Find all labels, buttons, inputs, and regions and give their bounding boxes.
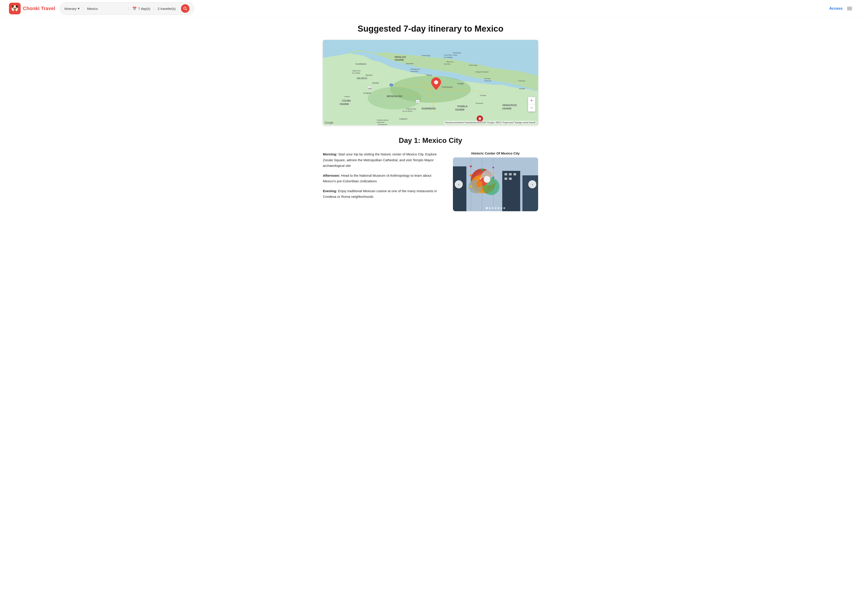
svg-text:Puebla: Puebla — [457, 83, 463, 85]
logo-area: Chonki Travel — [9, 3, 55, 14]
svg-text:GUERRERO: GUERRERO — [421, 107, 436, 110]
svg-text:Cuernavaca: Cuernavaca — [442, 86, 453, 88]
svg-text:Minatitl: Minatitl — [519, 88, 525, 90]
svg-text:15: 15 — [390, 84, 393, 86]
map-controls: + − — [528, 97, 536, 112]
itinerary-dropdown[interactable]: Itinerary ▾ — [64, 6, 83, 11]
svg-point-103 — [481, 179, 484, 181]
carousel-dot[interactable] — [500, 207, 502, 209]
svg-text:Santiago de: Santiago de — [410, 68, 420, 70]
access-link[interactable]: Access — [829, 6, 843, 11]
carousel-dots — [486, 207, 505, 209]
day1-title: Day 1: Mexico City — [9, 136, 852, 145]
carousel-next-button[interactable]: › — [528, 180, 536, 189]
calendar-icon: 📅 — [132, 6, 137, 11]
itinerary-label: Itinerary — [64, 7, 77, 11]
svg-text:Rodríguez: Rodríguez — [453, 52, 461, 54]
afternoon-label: Afternoon: — [323, 174, 340, 178]
svg-rect-83 — [509, 178, 512, 180]
svg-text:Cano: Cano — [453, 54, 457, 56]
map-container[interactable]: JALISCO COLIMA OSARIIK MICHOACÁN GUERRER… — [323, 40, 538, 125]
travelers-selector[interactable]: 2 traveler(s) — [154, 7, 179, 11]
svg-text:OSARIIK: OSARIIK — [394, 59, 404, 61]
svg-point-104 — [492, 167, 494, 168]
carousel-prev-button[interactable]: ‹ — [455, 180, 463, 189]
svg-line-11 — [186, 9, 187, 10]
day1-text: Morning: Start your trip by visiting the… — [323, 151, 444, 204]
svg-text:Chilpancingo: Chilpancingo — [406, 108, 416, 110]
svg-text:Tulancingo: Tulancingo — [421, 55, 430, 57]
days-selector[interactable]: 📅 7 day(s) — [129, 6, 154, 11]
svg-point-6 — [15, 8, 16, 9]
morning-label: Morning: — [323, 152, 337, 156]
evening-period: Evening: Enjoy traditional Mexican cuisi… — [323, 188, 444, 200]
svg-text:37: 37 — [417, 101, 419, 103]
svg-point-74 — [479, 117, 481, 120]
svg-point-16 — [368, 87, 421, 110]
hamburger-line — [847, 7, 852, 8]
carousel-dot[interactable] — [503, 207, 505, 209]
svg-text:150: 150 — [368, 87, 371, 90]
map-svg: JALISCO COLIMA OSARIIK MICHOACÁN GUERRER… — [323, 40, 538, 125]
svg-rect-9 — [14, 10, 16, 11]
google-logo: Google — [325, 121, 333, 124]
svg-text:Colima: Colima — [344, 96, 350, 97]
map-attribution: Klaviatuuriotseteed Kaardiandmed ©2024 G… — [444, 121, 536, 124]
svg-text:de Hidalgo: de Hidalgo — [444, 56, 453, 58]
svg-point-95 — [485, 176, 487, 178]
svg-rect-76 — [502, 171, 520, 211]
svg-text:Coatzacc: Coatzacc — [518, 80, 525, 82]
svg-text:Tulancingo: Tulancingo — [468, 64, 478, 66]
svg-text:JALISCO: JALISCO — [357, 77, 367, 80]
svg-text:Querétaro: Querétaro — [410, 71, 419, 72]
svg-point-102 — [481, 169, 483, 171]
svg-text:Heroica: Heroica — [484, 78, 490, 80]
svg-text:de Soto: de Soto — [444, 63, 450, 65]
svg-text:MICHOACÁN: MICHOACÁN — [387, 95, 402, 97]
itinerary-chevron-icon: ▾ — [78, 6, 80, 11]
day1-content: Morning: Start your trip by visiting the… — [323, 151, 538, 211]
search-button[interactable] — [181, 4, 190, 13]
afternoon-period: Afternoon: Head to the National Museum o… — [323, 173, 444, 184]
search-bar: Itinerary ▾ Mexico 📅 7 day(s) 2 traveler… — [60, 2, 194, 15]
carousel-dot[interactable] — [492, 207, 493, 209]
carousel-dot[interactable] — [489, 207, 490, 209]
svg-text:Pachuca: Pachuca — [446, 61, 453, 63]
photo-carousel: ‹ › — [453, 157, 538, 211]
logo-icon — [9, 3, 20, 14]
carousel-dot[interactable] — [486, 207, 488, 209]
hamburger-line — [847, 9, 852, 10]
svg-text:Zamora: Zamora — [366, 74, 372, 76]
svg-rect-79 — [504, 173, 507, 175]
svg-text:PUEBLA: PUEBLA — [457, 105, 468, 108]
carousel-dot[interactable] — [498, 207, 499, 209]
page-title: Suggested 7-day itinerary to Mexico — [9, 24, 852, 34]
svg-text:Veracruz: Veracruz — [484, 80, 492, 82]
svg-text:Xalapa-Enríquez: Xalapa-Enríquez — [475, 71, 489, 73]
zoom-out-button[interactable]: − — [528, 104, 535, 112]
svg-rect-81 — [514, 173, 516, 175]
destination-input[interactable]: Mexico — [83, 7, 129, 11]
svg-text:Morelia: Morelia — [372, 82, 379, 84]
svg-text:Ciudad Lázaro: Ciudad Lázaro — [377, 119, 388, 121]
svg-text:HIDALGO: HIDALGO — [394, 56, 406, 58]
svg-point-105 — [492, 176, 494, 179]
svg-text:Tlajomulco: Tlajomulco — [352, 70, 361, 72]
svg-text:Poza Rica: Poza Rica — [444, 54, 452, 56]
zoom-in-button[interactable]: + — [528, 97, 535, 104]
svg-text:de Zuñiga: de Zuñiga — [352, 72, 360, 74]
svg-text:Zihuatanejo: Zihuatanejo — [378, 124, 387, 125]
svg-point-99 — [470, 165, 472, 167]
photo-image — [453, 157, 538, 211]
svg-text:Tehuacán: Tehuacán — [475, 102, 483, 104]
main-content: Suggested 7-day itinerary to Mexico — [0, 17, 861, 225]
svg-point-7 — [14, 9, 16, 9]
hamburger-menu[interactable] — [847, 7, 852, 10]
carousel-dot[interactable] — [495, 207, 496, 209]
svg-text:Irapuato●: Irapuato● — [406, 63, 413, 64]
photo-panel: Historic Center Of Mexico City — [453, 151, 538, 211]
svg-point-101 — [470, 186, 472, 187]
svg-rect-80 — [509, 173, 512, 175]
header: Chonki Travel Itinerary ▾ Mexico 📅 7 day… — [0, 0, 861, 17]
svg-text:Cárdenas: Cárdenas — [377, 121, 385, 123]
